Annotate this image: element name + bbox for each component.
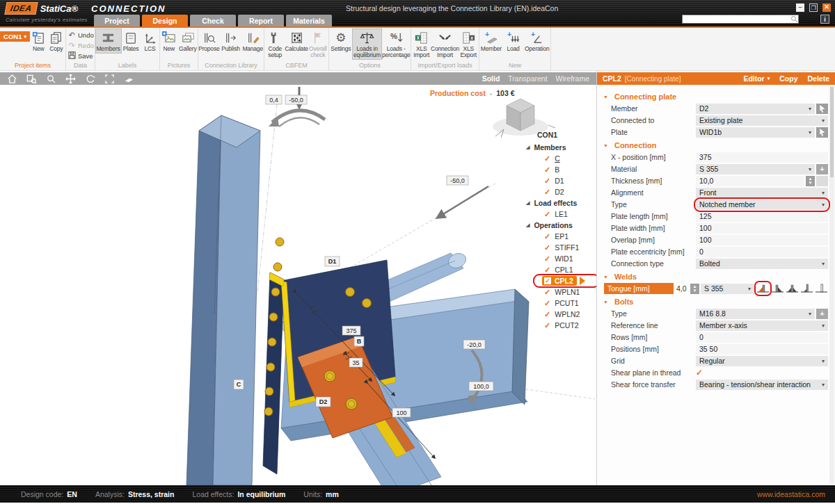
tree-item-b[interactable]: ✓B (519, 164, 596, 175)
new-load-button[interactable]: + Load (503, 29, 524, 53)
tree-group-members[interactable]: ◢Members (519, 142, 596, 153)
overall-check-button[interactable]: Overall check (308, 29, 329, 59)
spin-down-icon[interactable]: ▼ (690, 288, 699, 293)
check-icon[interactable]: ✓ (544, 300, 550, 307)
zoom-window-icon[interactable] (26, 74, 37, 84)
weld-fillet-rear-button[interactable] (771, 283, 784, 294)
code-setup-button[interactable]: Code setup (264, 29, 286, 59)
plate-length-input[interactable]: 125 (696, 211, 828, 222)
check-icon[interactable]: ✓ (544, 288, 550, 296)
check-icon[interactable]: ✓ (544, 233, 550, 241)
plates-labels-toggle[interactable]: Plates (121, 29, 141, 53)
tree-item-cpl1[interactable]: ✓CPL1 (519, 264, 596, 275)
check-icon[interactable]: ✓ (544, 322, 550, 330)
rows-input[interactable]: 0 (696, 332, 828, 343)
connected-to-dropdown[interactable]: Existing plate▾ (696, 115, 828, 126)
tab-design[interactable]: Design (142, 15, 188, 26)
check-icon[interactable]: ✓ (544, 255, 550, 263)
publish-button[interactable]: Publish (220, 29, 242, 53)
members-labels-toggle[interactable]: Members (96, 29, 121, 53)
scrollbar-thumb[interactable] (830, 87, 834, 177)
zoom-icon[interactable] (46, 74, 56, 84)
tree-group-operations[interactable]: ◢Operations (519, 220, 596, 231)
plate-width-input[interactable]: 100 (696, 223, 828, 234)
weld-material-dropdown[interactable]: S 355▾ (701, 284, 754, 294)
fit-view-icon[interactable] (104, 74, 115, 84)
tree-item-ep1[interactable]: ✓EP1 (519, 231, 596, 242)
clip-plane-icon[interactable] (124, 74, 134, 84)
check-icon[interactable]: ✓ (544, 166, 550, 174)
new-picture-button[interactable]: New (160, 29, 178, 53)
tree-item-wid1[interactable]: ✓WID1 (519, 253, 596, 264)
tree-item-d1[interactable]: ✓D1 (519, 175, 596, 186)
add-bolt-assembly-button[interactable]: + (816, 309, 828, 319)
weld-butt-button[interactable] (815, 283, 828, 294)
search-input[interactable] (683, 15, 790, 23)
bolt-type-dropdown[interactable]: M16 8.8▾ (696, 309, 815, 319)
thickness-stepper[interactable]: ▲▼ (806, 176, 815, 186)
section-connecting-plate[interactable]: ▼Connecting plate (597, 90, 835, 103)
add-material-button[interactable]: + (816, 164, 828, 174)
info-button[interactable]: i (820, 15, 829, 24)
manage-button[interactable]: Manage (241, 29, 264, 53)
tongue-weld-stepper[interactable]: ▲▼ (690, 284, 699, 294)
loads-percentage-button[interactable]: % Loads - percentage (381, 29, 411, 59)
model-canvas[interactable]: C B D1 D2 375 35 100 0,4 (0, 85, 596, 485)
delete-operation-button[interactable]: Delete (807, 74, 829, 83)
rotate-icon[interactable] (85, 74, 95, 84)
tree-item-stiff1[interactable]: ✓STIFF1 (519, 242, 596, 253)
tree-item-wpln2[interactable]: ✓WPLN2 (519, 309, 596, 320)
view-mode-transparent[interactable]: Transparent (508, 74, 547, 83)
pick-plate-button[interactable] (816, 127, 828, 138)
weld-fillet-front-button[interactable] (756, 283, 770, 294)
plate-eccentricity-input[interactable]: 0 (696, 247, 828, 257)
new-member-button[interactable]: + Member (479, 29, 503, 53)
weld-partial-button[interactable] (800, 283, 813, 294)
tab-project[interactable]: Project (94, 15, 140, 26)
section-bolts[interactable]: ▼Bolts (597, 295, 835, 308)
status-load-effects[interactable]: Load effects:In equilibrium (192, 490, 285, 498)
pick-member-button[interactable] (816, 104, 828, 114)
maximize-button[interactable]: ❐ (809, 3, 818, 12)
copy-operation-button[interactable]: Copy (779, 74, 797, 83)
x-position-input[interactable]: 375 (696, 152, 828, 163)
shear-plane-checkbox[interactable]: ✓ (696, 368, 703, 377)
close-button[interactable]: ✕ (822, 3, 831, 12)
redo-button[interactable]: ↷Redo (66, 41, 95, 50)
reference-line-dropdown[interactable]: Member x-axis▾ (696, 320, 828, 331)
tree-root-con1[interactable]: CON1 (519, 131, 596, 139)
new-project-item-button[interactable]: New (30, 29, 47, 53)
tree-group-load-effects[interactable]: ◢Load effects (519, 197, 596, 209)
tree-item-c[interactable]: ✓C (519, 153, 596, 164)
type-dropdown[interactable]: Notched member▾ (696, 200, 828, 210)
tab-report[interactable]: Report (238, 15, 284, 26)
tree-item-pcut1[interactable]: ✓PCUT1 (519, 298, 596, 309)
project-item-selector[interactable]: CON1 ▾ (0, 31, 30, 42)
spin-down-icon[interactable]: ▼ (806, 181, 815, 185)
tree-item-le1[interactable]: ✓LE1 (519, 209, 596, 220)
view-mode-solid[interactable]: Solid (482, 74, 500, 83)
thickness-input[interactable]: 10,0 (696, 176, 804, 186)
tongue-weld-size[interactable]: 4,0 (674, 284, 690, 293)
view-mode-wireframe[interactable]: Wireframe (556, 74, 589, 83)
copy-project-item-button[interactable]: Copy (47, 29, 65, 53)
settings-button[interactable]: ⚙ Settings (329, 29, 353, 53)
website-link[interactable]: www.ideastatica.com (757, 490, 825, 498)
checked-checkbox-icon[interactable]: ✓ (544, 277, 551, 284)
plate-dropdown[interactable]: WID1b▾ (696, 127, 815, 138)
check-icon[interactable]: ✓ (544, 266, 550, 274)
section-welds[interactable]: ▼Welds (597, 270, 835, 283)
gallery-button[interactable]: Gallery (178, 29, 198, 53)
minimize-button[interactable]: – (796, 3, 804, 12)
calculate-button[interactable]: Calculate (286, 29, 308, 53)
check-icon[interactable]: ✓ (544, 211, 550, 218)
xls-import-button[interactable]: X XLS Import (411, 29, 432, 59)
connection-import-button[interactable]: Connection Import (432, 29, 459, 59)
tree-item-wpln1[interactable]: ✓WPLN1 (519, 286, 596, 298)
lcs-labels-toggle[interactable]: LCS (141, 29, 159, 53)
tree-item-d2[interactable]: ✓D2 (519, 186, 596, 197)
weld-fillet-both-button[interactable] (786, 283, 799, 294)
check-icon[interactable]: ✓ (544, 177, 550, 185)
propose-button[interactable]: Propose (198, 29, 220, 53)
tab-check[interactable]: Check (190, 15, 236, 26)
